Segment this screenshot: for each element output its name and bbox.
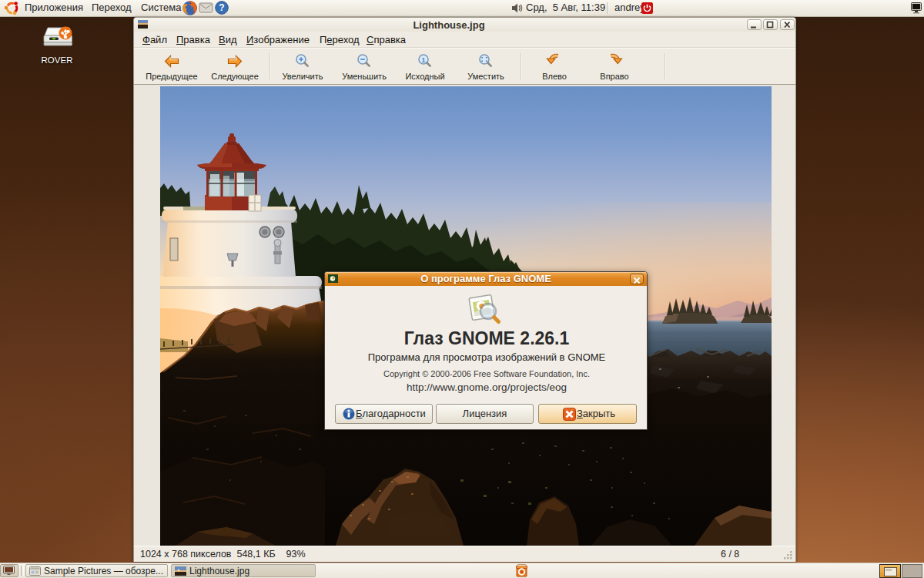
svg-text:?: ? [219, 2, 224, 13]
svg-text:1: 1 [421, 55, 426, 64]
